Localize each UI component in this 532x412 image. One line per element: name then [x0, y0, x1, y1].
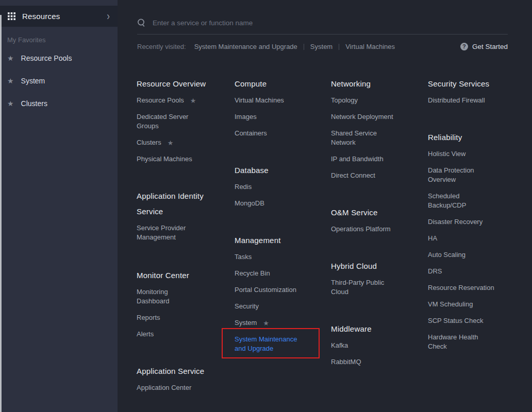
left-scrollbar[interactable] [0, 15, 2, 412]
separator [339, 44, 339, 50]
sidebar-item-system[interactable]: System [7, 75, 45, 87]
resources-label: Resources [22, 12, 60, 21]
section-middleware: Middleware Kafka RabbitMQ [331, 321, 421, 374]
menu-item-topology[interactable]: Topology [331, 96, 421, 105]
favorite-star-icon[interactable] [263, 320, 269, 327]
menu-item-holistic-view[interactable]: Holistic View [428, 149, 500, 159]
section-om-service: O&M Service Operations Platform [331, 205, 421, 241]
menu-item-ip-and-bandwidth[interactable]: IP and Bandwidth [331, 154, 421, 164]
section-title: Networking [331, 76, 421, 92]
menu-item-service-provider-management[interactable]: Service Provider Management [137, 224, 227, 242]
search-icon [137, 19, 146, 27]
favorite-star-icon [7, 55, 14, 62]
section-title: Monitor Center [137, 268, 227, 283]
menu-item-auto-scaling[interactable]: Auto Scaling [428, 250, 500, 260]
menu-item-system-maintenance-and-upgrade[interactable]: System Maintenance and Upgrade [235, 335, 325, 353]
service-search-bar [137, 19, 508, 35]
sidebar-item-resource-pools[interactable]: Resource Pools [7, 53, 72, 64]
menu-item-distributed-firewall[interactable]: Distributed Firewall [428, 96, 500, 105]
section-monitor-center: Monitor Center Monitoring Dashboard Repo… [137, 268, 227, 346]
section-resource-overview: Resource Overview Resource Pools Dedicat… [137, 76, 227, 171]
section-title: Compute [235, 76, 325, 92]
section-title: Reliability [428, 130, 500, 145]
menu-item-dedicated-server-groups[interactable]: Dedicated Server Groups [137, 112, 227, 131]
recent-link-virtual-machines[interactable]: Virtual Machines [345, 43, 395, 50]
recently-visited-label: Recently visited: [137, 43, 186, 50]
menu-item-physical-machines[interactable]: Physical Machines [137, 154, 227, 164]
menu-item-redis[interactable]: Redis [235, 182, 325, 192]
menu-item-clusters[interactable]: Clusters [137, 138, 227, 147]
recent-link-system-maintenance[interactable]: System Maintenance and Upgrade [194, 43, 297, 50]
menu-item-hardware-health-check[interactable]: Hardware Health Check [428, 333, 500, 351]
section-title: Resource Overview [137, 76, 227, 92]
recent-link-system[interactable]: System [310, 43, 332, 50]
menu-item-portal-customization[interactable]: Portal Customization [235, 285, 325, 295]
menu-item-alerts[interactable]: Alerts [137, 330, 227, 339]
menu-item-third-party-public-cloud[interactable]: Third-Party Public Cloud [331, 278, 421, 297]
menu-item-application-center[interactable]: Application Center [137, 383, 227, 392]
section-security-services: Security Services Distributed Firewall [428, 76, 500, 112]
menu-item-system[interactable]: System [235, 318, 325, 328]
recently-visited-row: Recently visited: System Maintenance and… [137, 43, 508, 50]
get-started-label: Get Started [472, 43, 508, 50]
favorite-label: Clusters [21, 99, 47, 108]
menu-item-shared-service-network[interactable]: Shared Service Network [331, 129, 421, 147]
section-networking: Networking Topology Network Deployment S… [331, 76, 421, 187]
section-management: Management Tasks Recycle Bin Portal Cust… [235, 233, 325, 360]
favorite-star-icon[interactable] [190, 97, 196, 104]
menu-item-images[interactable]: Images [235, 112, 325, 122]
sidebar-item-resources[interactable]: Resources › [0, 6, 118, 27]
menu-item-disaster-recovery[interactable]: Disaster Recovery [428, 217, 500, 227]
section-database: Database Redis MongoDB [235, 163, 325, 215]
menu-item-mongodb[interactable]: MongoDB [235, 199, 325, 208]
sidebar: Resources › My Favorites Resource Pools … [0, 0, 118, 412]
menu-item-resource-pools[interactable]: Resource Pools [137, 96, 227, 105]
menu-item-scp-status-check[interactable]: SCP Status Check [428, 316, 500, 325]
section-title: Middleware [331, 321, 421, 337]
menu-item-direct-connect[interactable]: Direct Connect [331, 171, 421, 180]
help-question-icon: ? [460, 43, 468, 50]
favorite-star-icon [7, 100, 14, 107]
section-title: Security Services [428, 76, 500, 92]
menu-item-kafka[interactable]: Kafka [331, 341, 421, 350]
menu-item-virtual-machines[interactable]: Virtual Machines [235, 96, 325, 105]
menu-item-vm-scheduling[interactable]: VM Scheduling [428, 300, 500, 309]
favorite-label: Resource Pools [21, 54, 72, 62]
separator [304, 44, 304, 50]
menu-item-resource-reservation[interactable]: Resource Reservation [428, 283, 500, 293]
sidebar-item-clusters[interactable]: Clusters [7, 98, 47, 109]
menu-item-network-deployment[interactable]: Network Deployment [331, 112, 421, 122]
section-compute: Compute Virtual Machines Images Containe… [235, 76, 325, 145]
menu-item-monitoring-dashboard[interactable]: Monitoring Dashboard [137, 287, 227, 306]
section-title: Management [235, 233, 325, 248]
section-hybrid-cloud: Hybrid Cloud Third-Party Public Cloud [331, 259, 421, 304]
get-started-button[interactable]: ? Get Started [460, 43, 508, 50]
section-title: Application Service [137, 364, 227, 379]
search-input[interactable] [153, 19, 508, 27]
favorite-star-icon[interactable] [168, 140, 174, 146]
favorite-label: System [21, 77, 45, 85]
favorite-star-icon [7, 77, 14, 84]
menu-item-reports[interactable]: Reports [137, 313, 227, 322]
section-reliability: Reliability Holistic View Data Protectio… [428, 130, 500, 358]
menu-item-drs[interactable]: DRS [428, 267, 500, 276]
chevron-right-icon: › [107, 10, 110, 22]
section-title: O&M Service [331, 205, 421, 220]
section-application-identity-service: Application Identity Service Service Pro… [137, 188, 227, 249]
menu-item-operations-platform[interactable]: Operations Platform [331, 225, 421, 234]
menu-item-security[interactable]: Security [235, 302, 325, 311]
menu-item-containers[interactable]: Containers [235, 129, 325, 138]
section-title: Database [235, 163, 325, 178]
my-favorites-heading: My Favorites [7, 36, 45, 44]
menu-item-rabbitmq[interactable]: RabbitMQ [331, 357, 421, 367]
section-title: Hybrid Cloud [331, 259, 421, 274]
menu-item-recycle-bin[interactable]: Recycle Bin [235, 269, 325, 278]
apps-grid-icon [8, 12, 15, 20]
menu-item-tasks[interactable]: Tasks [235, 252, 325, 262]
menu-item-ha[interactable]: HA [428, 234, 500, 243]
section-application-service: Application Service Application Center [137, 364, 227, 400]
section-title: Application Identity Service [137, 188, 227, 219]
app-window: Resources › My Favorites Resource Pools … [0, 0, 532, 412]
menu-item-data-protection-overview[interactable]: Data Protection Overview [428, 166, 500, 184]
menu-item-scheduled-backup-cdp[interactable]: Scheduled Backup/CDP [428, 192, 500, 210]
